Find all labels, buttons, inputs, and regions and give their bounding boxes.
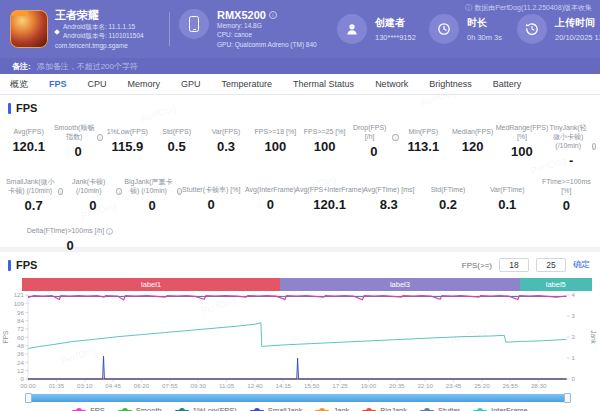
svg-text:04:45: 04:45	[105, 382, 121, 389]
metric-value: 0	[122, 198, 181, 213]
metric-cell: 1%Low(FPS)115.9	[103, 123, 152, 168]
app-version-code: Android版本号: 1101011504	[63, 32, 144, 41]
app-title: 王者荣耀	[55, 9, 144, 21]
svg-text:03:10: 03:10	[77, 382, 93, 389]
remark-tag: 备注:	[12, 61, 31, 72]
svg-text:72: 72	[17, 325, 24, 332]
svg-text:06:20: 06:20	[134, 382, 150, 389]
tab-temperature[interactable]: Temperature	[222, 79, 273, 89]
metric-label: Stutter(卡顿率) [%]	[182, 185, 240, 194]
svg-text:17:25: 17:25	[332, 382, 348, 389]
tab-memory[interactable]: Memory	[128, 79, 161, 89]
metric-cell: Std(FTime)0.2	[418, 177, 477, 213]
legend-item-BigJank[interactable]: BigJank	[362, 406, 407, 411]
svg-text:4: 4	[572, 291, 576, 298]
remark-bar[interactable]: 备注: 添加备注，不超过200个字符	[0, 58, 600, 74]
chart-datazoom-slider[interactable]	[28, 394, 568, 402]
svg-text:00:00: 00:00	[20, 382, 36, 389]
chart-label-bar: label1label3label5	[22, 278, 592, 291]
metric-cell: Var(FTime)0.1	[478, 177, 537, 213]
metric-info-icon[interactable]: i	[106, 228, 113, 235]
metric-value: 0.5	[152, 139, 201, 154]
metric-label: Var(FTime)	[490, 185, 525, 194]
tab-network[interactable]: Network	[375, 79, 408, 89]
phone-icon	[179, 9, 209, 39]
metric-cell: FTime>=100ms [%]0	[537, 177, 596, 213]
datazoom-left-handle[interactable]	[25, 393, 32, 403]
tab-概览[interactable]: 概览	[10, 78, 28, 91]
svg-text:09:30: 09:30	[190, 382, 206, 389]
fps-line-chart[interactable]: 121109968472604836241204321000:0001:3503…	[0, 291, 600, 389]
device-memory: Memory: 14.8G	[217, 21, 317, 30]
metric-label: TinyJank(轻微小卡顿) (/10min)	[547, 123, 590, 150]
tab-thermal-status[interactable]: Thermal Status	[293, 79, 354, 89]
creator-label: 创建者	[375, 16, 416, 30]
metric-label: MedRange(FPS)[%]	[496, 123, 549, 141]
section-accent-bar	[8, 260, 11, 271]
metric-cell: FPS>=25 [%]100	[300, 123, 349, 168]
chart-section-title: FPS	[16, 259, 37, 271]
tab-cpu[interactable]: CPU	[88, 79, 107, 89]
svg-text:11:05: 11:05	[219, 382, 235, 389]
svg-text:109: 109	[14, 300, 25, 307]
metric-label: 1%Low(FPS)	[107, 127, 148, 136]
legend-label: SmallJank	[268, 406, 303, 411]
metric-cell: SmallJank(微小卡顿) (/10min)i0.7	[4, 177, 63, 213]
legend-label: FPS	[90, 406, 105, 411]
legend-label: BigJank	[380, 406, 407, 411]
metric-cell: Avg(InterFrame)0	[241, 177, 300, 213]
metric-label: Std(FPS)	[162, 127, 191, 136]
legend-item-InterFrame[interactable]: InterFrame	[473, 406, 528, 411]
legend-item-SmallJank[interactable]: SmallJank	[250, 406, 303, 411]
metric-value: 100	[251, 139, 300, 154]
metric-value: -	[547, 153, 596, 168]
metric-label: Var(FPS)	[212, 127, 241, 136]
legend-label: Stutter	[438, 406, 460, 411]
duration-block: 时长 0h 30m 3s	[429, 14, 517, 44]
tab-battery[interactable]: Battery	[493, 79, 522, 89]
svg-text:20:35: 20:35	[389, 382, 405, 389]
svg-text:14:15: 14:15	[276, 382, 292, 389]
fps-threshold-input-2[interactable]	[536, 258, 566, 272]
metric-value: 0	[63, 198, 122, 213]
metric-cell: Var(FPS)0.3	[201, 123, 250, 168]
upload-time-label: 上传时间	[555, 16, 600, 30]
collector-note: ⓘ 数据由PerfDog(11.2.250408)版本收集	[465, 3, 592, 13]
svg-text:19:00: 19:00	[361, 382, 377, 389]
user-icon	[337, 14, 367, 44]
remark-placeholder: 添加备注，不超过200个字符	[37, 61, 138, 72]
legend-label: 1%Low(FPS)	[193, 406, 237, 411]
app-package: com.tencent.tmgp.sgame	[55, 42, 144, 49]
legend-item-Smooth[interactable]: Smooth	[118, 406, 162, 411]
threshold-confirm-button[interactable]: 确定	[573, 259, 590, 271]
legend-item-1LowFPS[interactable]: 1%Low(FPS)	[175, 406, 237, 411]
metrics-section-title: FPS	[16, 102, 37, 114]
tab-fps[interactable]: FPS	[49, 79, 67, 89]
metric-value: 113.1	[399, 139, 448, 154]
metric-cell: Jank(卡顿) (/10min)i0	[63, 177, 122, 213]
clock-icon	[429, 14, 459, 44]
legend-label: InterFrame	[491, 406, 528, 411]
metric-cell: Delta(FTime)>100ms [/h]i0	[4, 222, 136, 253]
metric-cell: FPS>=18 [%]100	[251, 123, 300, 168]
svg-text:2: 2	[572, 333, 576, 340]
metric-label: FPS>=18 [%]	[254, 127, 296, 136]
app-info-block: 王者荣耀 Android版本名: 11.1.1.15 Android版本号: 1…	[10, 9, 160, 50]
series-FPS-line	[28, 296, 566, 300]
legend-item-FPS[interactable]: FPS	[72, 406, 105, 411]
legend-item-Stutter[interactable]: Stutter	[420, 406, 460, 411]
legend-item-Jank[interactable]: Jank	[315, 406, 349, 411]
metric-label: Avg(FPS)	[14, 127, 44, 136]
fps-threshold-input-1[interactable]	[499, 258, 529, 272]
metric-value: 0	[4, 238, 136, 253]
device-info-icon[interactable]: i	[269, 11, 277, 19]
metric-value: 0	[53, 144, 102, 159]
tab-brightness[interactable]: Brightness	[429, 79, 472, 89]
metric-label: Jank(卡顿) (/10min)	[63, 177, 114, 195]
device-info-block: RMX5200 i Memory: 14.8G CPU: canoe GPU: …	[179, 9, 337, 48]
tab-gpu[interactable]: GPU	[181, 79, 201, 89]
metric-info-icon[interactable]: i	[592, 143, 596, 150]
duration-label: 时长	[467, 16, 502, 30]
game-icon-banner	[11, 11, 28, 16]
datazoom-right-handle[interactable]	[564, 393, 571, 403]
